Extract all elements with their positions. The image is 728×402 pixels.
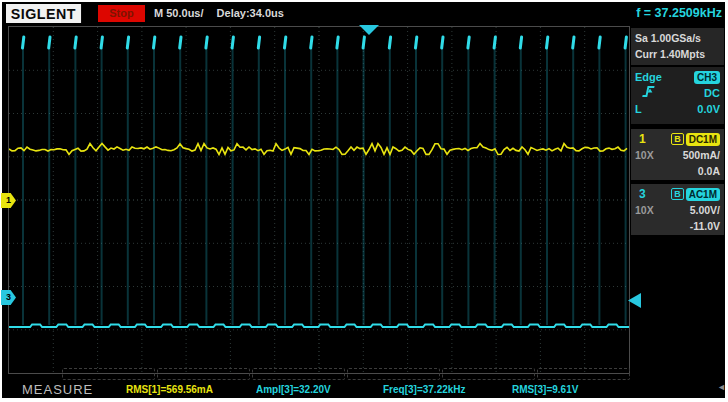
menu-slot [62,368,155,380]
brand-logo: SIGLENT [6,4,81,23]
bandwidth-icon: B [671,133,684,145]
oscilloscope-screen: SIGLENT Stop M 50.0us/ Delay:34.0us f = … [2,2,725,398]
memory-depth: Curr 1.40Mpts [635,48,705,60]
measurement-value: RMS[3]=9.61V [512,384,578,395]
channel3-info-box: 3 B AC1M 10X 5.00V/ -11.0V [631,184,724,235]
measurement-bar: MEASURE RMS[1]=569.56mAAmpl[3]=32.20VFre… [2,380,725,398]
menu-slot [442,368,535,380]
channel1-coupling-badge: DC1M [686,133,720,146]
channel1-offset: 0.0A [698,165,720,177]
menu-slot [537,368,630,380]
pointer-icon: ◄ [717,382,726,392]
timebase-info: M 50.0us/ Delay:34.0us [154,7,294,19]
sample-rate: Sa 1.00GSa/s [635,32,701,44]
trigger-type: Edge [635,71,662,83]
waveforms [9,27,629,373]
menu-slot [347,368,440,380]
waveform-display-area: 1 3 [8,26,630,374]
measure-menu-label: MEASURE [22,382,93,397]
trigger-coupling: DC [704,87,720,99]
trigger-level-label: L [635,103,642,115]
channel3-coupling-badge: AC1M [686,188,720,201]
rising-edge-icon [635,84,657,102]
channel3-probe: 10X [635,204,654,216]
frequency-counter: f = 37.2509kHz [636,6,722,20]
channel1-scale: 500mA/ [683,149,720,161]
delay-value: Delay:34.0us [217,7,284,19]
trigger-source-badge: CH3 [694,71,720,84]
timebase-value: M 50.0us/ [154,7,204,19]
channel1-probe: 10X [635,149,654,161]
menu-slot [252,368,345,380]
channel3-offset: -11.0V [690,220,720,232]
channel3-scale: 5.00V/ [690,204,720,216]
trigger-level-value: 0.0V [697,103,720,115]
measurement-value: Ampl[3]=32.20V [256,384,331,395]
acquisition-status-badge: Stop [98,5,145,22]
acquisition-info-box: Sa 1.00GSa/s Curr 1.40Mpts [631,28,724,65]
softkey-menu-strip [62,368,630,380]
channel1-info-box: 1 B DC1M 10X 500mA/ 0.0A [631,129,724,180]
measurement-value: RMS[1]=569.56mA [126,384,213,395]
menu-slot [157,368,250,380]
measurement-value: Freq[3]=37.22kHz [383,384,466,395]
channel3-number: 3 [635,187,646,201]
channel1-number: 1 [635,132,646,146]
top-status-bar: SIGLENT Stop M 50.0us/ Delay:34.0us f = … [2,2,725,25]
right-info-panel: Sa 1.00GSa/s Curr 1.40Mpts Edge CH3 DC L… [631,26,724,374]
bandwidth-icon: B [671,188,684,200]
trigger-info-box: Edge CH3 DC L 0.0V [631,67,724,124]
